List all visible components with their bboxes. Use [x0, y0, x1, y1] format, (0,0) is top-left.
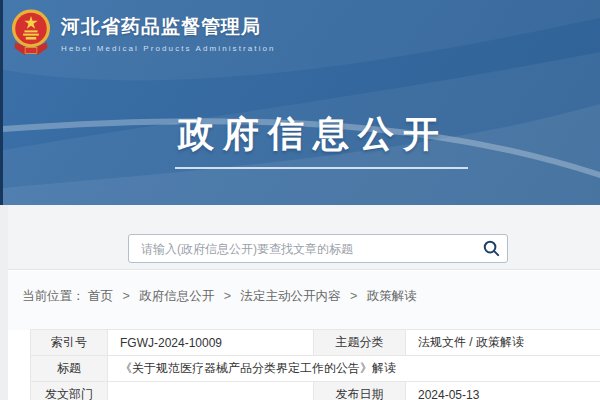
breadcrumb-separator: >: [350, 289, 357, 303]
breadcrumb: 当前位置： 首页 > 政府信息公开 > 法定主动公开内容 > 政策解读: [22, 288, 417, 305]
table-row: 标题 《关于规范医疗器械产品分类界定工作的公告》解读: [31, 356, 600, 382]
breadcrumb-item-policy-interpretation[interactable]: 政策解读: [367, 289, 417, 303]
breadcrumb-item-info-disclosure[interactable]: 政府信息公开: [139, 289, 214, 303]
search-band: [0, 205, 600, 270]
site-header: 河北省药品监督管理局 Hebei Medical Products Admini…: [10, 8, 276, 58]
site-subtitle: Hebei Medical Products Administration: [61, 44, 276, 53]
subject-category-label: 主题分类: [314, 330, 406, 356]
national-emblem-icon: [10, 8, 52, 58]
page-banner-title: 政府信息公开: [3, 110, 600, 159]
table-row: 索引号 FGWJ-2024-10009 主题分类 法规文件 / 政策解读: [31, 330, 600, 356]
breadcrumb-band: 当前位置： 首页 > 政府信息公开 > 法定主动公开内容 > 政策解读: [0, 271, 600, 330]
site-title: 河北省药品监督管理局: [61, 14, 276, 40]
page-left-edge: [0, 205, 8, 400]
search-icon: [482, 239, 501, 258]
search-button[interactable]: [475, 235, 507, 262]
banner-underline: [175, 167, 468, 169]
index-number-label: 索引号: [31, 330, 108, 356]
title-value: 《关于规范医疗器械产品分类界定工作的公告》解读: [108, 356, 600, 382]
breadcrumb-label: 当前位置：: [22, 289, 85, 303]
title-label: 标题: [31, 356, 108, 382]
breadcrumb-item-home[interactable]: 首页: [88, 289, 113, 303]
subject-category-value: 法规文件 / 政策解读: [406, 330, 600, 356]
breadcrumb-separator: >: [224, 289, 231, 303]
breadcrumb-item-statutory-content[interactable]: 法定主动公开内容: [241, 289, 341, 303]
issuing-department-value: [108, 382, 314, 400]
site-banner: 河北省药品监督管理局 Hebei Medical Products Admini…: [0, 0, 600, 205]
search-box: [128, 234, 508, 263]
index-number-value: FGWJ-2024-10009: [108, 330, 314, 356]
publish-date-value: 2024-05-13: [406, 382, 600, 400]
issuing-department-label: 发文部门: [31, 382, 108, 400]
table-row: 发文部门 发布日期 2024-05-13: [31, 382, 600, 400]
document-info-table: 索引号 FGWJ-2024-10009 主题分类 法规文件 / 政策解读 标题 …: [30, 329, 600, 400]
publish-date-label: 发布日期: [314, 382, 406, 400]
search-input[interactable]: [129, 242, 475, 256]
breadcrumb-separator: >: [122, 289, 129, 303]
